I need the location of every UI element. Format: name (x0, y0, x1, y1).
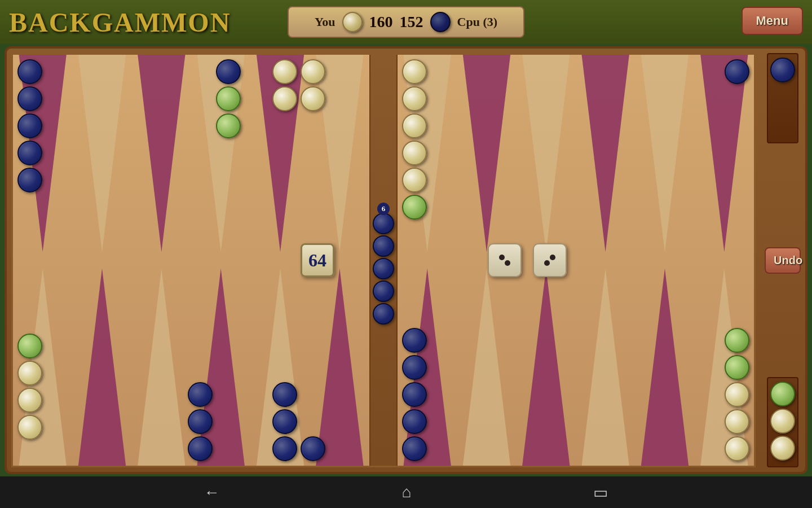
svg-marker-22 (641, 269, 689, 466)
checker-p1-w2[interactable] (17, 388, 42, 413)
board-surface: 64 6 (11, 53, 756, 467)
svg-marker-1 (78, 55, 126, 252)
board-container: 64 6 (5, 46, 807, 474)
bearoff-dark-1 (770, 58, 795, 82)
bearoff-white-1 (770, 409, 795, 433)
checker-p6-3[interactable] (402, 382, 427, 407)
checker-right-green2[interactable] (725, 355, 749, 380)
checker-p13-1[interactable] (17, 59, 42, 84)
svg-marker-17 (700, 55, 748, 252)
cpu-label: Cpu (3) (457, 15, 498, 29)
header: BACKGAMMON You 160 152 Cpu (3) Menu (0, 0, 812, 44)
checker-p19-3[interactable] (402, 113, 427, 138)
svg-marker-4 (257, 55, 304, 252)
checker-p6-5[interactable] (402, 328, 427, 353)
cpu-checker-icon (430, 12, 451, 32)
board-left: 64 (13, 55, 369, 466)
player-score: 160 (369, 13, 393, 31)
checker-p19-2[interactable] (402, 86, 427, 111)
checker-p17-1[interactable] (216, 59, 241, 84)
checker-p7-4[interactable] (301, 436, 325, 461)
svg-marker-11 (316, 269, 363, 466)
svg-marker-20 (522, 269, 570, 466)
checker-p19-4[interactable] (402, 141, 427, 165)
board-main: 64 6 (7, 49, 760, 472)
board-right (398, 55, 754, 466)
doubling-cube[interactable]: 64 (301, 243, 334, 277)
checker-p18-1[interactable] (272, 59, 297, 84)
svg-marker-10 (257, 269, 304, 466)
checker-p1-1[interactable] (17, 334, 42, 358)
undo-button[interactable]: Undo (765, 247, 801, 274)
checker-p13-2[interactable] (17, 86, 42, 111)
svg-marker-21 (582, 269, 629, 466)
svg-marker-7 (78, 269, 126, 466)
bearoff-green-1 (770, 382, 795, 406)
player-checker-icon (342, 12, 363, 32)
checker-p13-4[interactable] (17, 141, 42, 165)
checker-right-white1[interactable] (725, 382, 749, 407)
checker-p7-2[interactable] (272, 409, 297, 434)
checker-right-white3[interactable] (725, 436, 749, 461)
bearoff-white-2 (770, 436, 795, 461)
bar-checker-3[interactable] (373, 258, 394, 279)
svg-marker-15 (582, 55, 629, 252)
checker-top-extra2[interactable] (301, 86, 325, 111)
checker-right-green1[interactable] (725, 328, 749, 353)
checker-p11-1[interactable] (188, 436, 213, 461)
bar-count: 6 (377, 203, 390, 215)
checker-p24-1[interactable] (725, 59, 749, 84)
home-button[interactable]: ⌂ (402, 483, 412, 501)
checker-p18-2[interactable] (272, 86, 297, 111)
svg-marker-19 (463, 269, 510, 466)
checker-p6-4[interactable] (402, 355, 427, 380)
svg-marker-16 (641, 55, 689, 252)
checker-p6-2[interactable] (402, 409, 427, 434)
bar: 6 (369, 55, 398, 466)
checker-p13-3[interactable] (17, 113, 42, 138)
svg-marker-14 (522, 55, 570, 252)
menu-button[interactable]: Menu (742, 7, 803, 35)
checker-p7-1[interactable] (272, 436, 297, 461)
svg-marker-8 (138, 269, 185, 466)
back-button[interactable]: ← (204, 483, 220, 501)
checker-right-white2[interactable] (725, 409, 749, 434)
checker-p1-w3[interactable] (17, 415, 42, 440)
checker-p1-w1[interactable] (17, 361, 42, 386)
checker-p7-3[interactable] (272, 382, 297, 407)
svg-marker-9 (197, 269, 245, 466)
score-area: You 160 152 Cpu (3) (288, 6, 524, 38)
svg-marker-2 (138, 55, 185, 252)
game-title: BACKGAMMON (9, 7, 231, 38)
checker-p11-2[interactable] (188, 409, 213, 434)
checker-p19-6[interactable] (402, 195, 427, 220)
bar-checker-5[interactable] (373, 303, 394, 325)
player-label: You (315, 15, 336, 29)
checker-p6-1[interactable] (402, 436, 427, 461)
recents-button[interactable]: ▭ (593, 483, 608, 502)
checker-p17-2[interactable] (216, 86, 241, 111)
checker-p17-3[interactable] (216, 113, 241, 138)
svg-marker-5 (316, 55, 363, 252)
right-panel: Undo (760, 49, 805, 472)
die-2[interactable] (533, 243, 567, 277)
checker-p19-1[interactable] (402, 59, 427, 84)
die-1[interactable] (488, 243, 522, 277)
bottom-nav: ← ⌂ ▭ (0, 476, 812, 508)
bar-checker-2[interactable] (373, 235, 394, 257)
svg-marker-3 (197, 55, 245, 252)
checker-top-extra[interactable] (301, 59, 325, 84)
bear-off-bottom (767, 377, 798, 467)
checker-p11-3[interactable] (188, 382, 213, 407)
cpu-score: 152 (400, 13, 423, 31)
checker-p19-5[interactable] (402, 168, 427, 192)
svg-marker-13 (463, 55, 510, 252)
bear-off-top (767, 53, 798, 143)
checker-p13-5[interactable] (17, 168, 42, 192)
bar-checker-1[interactable] (373, 213, 394, 234)
bar-checker-4[interactable] (373, 281, 394, 302)
